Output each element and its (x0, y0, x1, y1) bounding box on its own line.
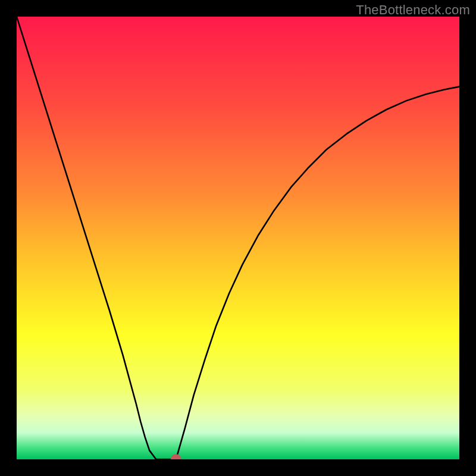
gradient-background (17, 17, 459, 459)
bottleneck-chart (17, 17, 459, 459)
watermark-text: TheBottleneck.com (356, 2, 470, 18)
chart-frame: TheBottleneck.com (0, 0, 476, 476)
